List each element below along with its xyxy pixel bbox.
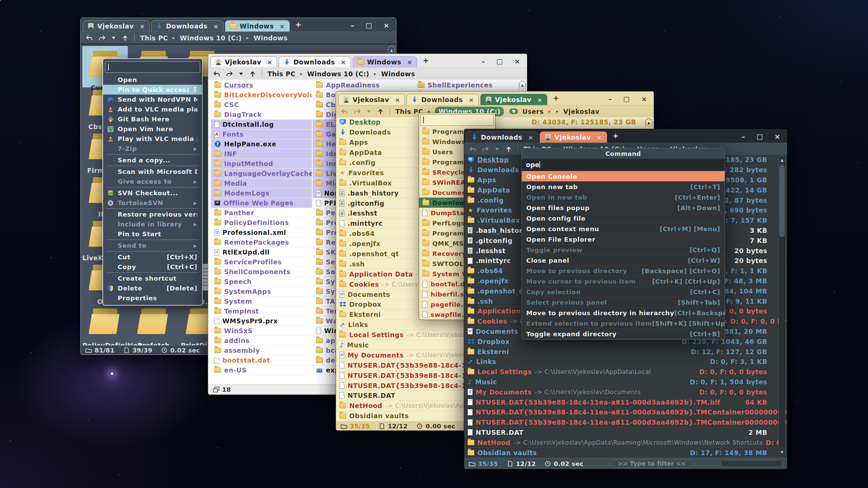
menu-item-copy[interactable]: Copy[Ctrl+C] [103, 262, 202, 272]
minimize-button[interactable]: – [481, 57, 485, 65]
command-item-toggle-preview[interactable]: Toggle preview[Ctrl+Q] [522, 245, 725, 255]
back-button[interactable] [213, 71, 220, 77]
file-row-assembly[interactable]: assembly [211, 346, 312, 355]
breadcrumb-segment[interactable]: Windows [254, 34, 288, 42]
menu-item-give-access-to[interactable]: Give access to▶ [103, 177, 202, 186]
grid-item-policydefinitions[interactable]: PolicyDefinitions [82, 304, 128, 345]
file-row-rtlexupd-dll[interactable]: RtlExUpd.dll [211, 247, 312, 257]
command-item-open-file-explorer[interactable]: Open File Explorer [522, 234, 725, 245]
file-row-remotepackages[interactable]: RemotePackages [211, 238, 312, 247]
breadcrumb-segment[interactable]: This PC [268, 70, 295, 78]
command-item-open-config-file[interactable]: Open config file [522, 213, 725, 224]
menu-item-add-to-vlc-media-player-s-playlist[interactable]: Add to VLC media player's Playlist [103, 104, 202, 114]
menu-item-7-zip[interactable]: 7-Zip▶ [103, 144, 202, 154]
forward-button[interactable] [482, 146, 489, 152]
tab-close-icon[interactable]: × [407, 59, 412, 66]
new-tab-button[interactable]: + [609, 132, 623, 140]
breadcrumb-segment[interactable]: This PC [140, 34, 168, 42]
tab-close-icon[interactable]: × [341, 59, 346, 66]
file-row-systemapps[interactable]: SystemApps [211, 287, 312, 297]
file-row-obsidian-vaults[interactable]: Obsidian vaultsD: 17, F: 149, 38 MB [464, 448, 787, 458]
new-tab-button[interactable]: + [419, 57, 433, 65]
file-row-offline-web-pages[interactable]: Offline Web Pages [211, 198, 312, 208]
file-row-winsxs[interactable]: WinSxS [211, 326, 312, 336]
file-row-music[interactable]: ♪MusicD: 0, F: 1, 504 bytes [464, 377, 787, 387]
menu-item-play-with-vlc-media-player[interactable]: Play with VLC media player [103, 134, 202, 144]
grid-item-prefetch[interactable]: Prefetch [131, 304, 176, 345]
file-row-wmsyspr9-prx[interactable]: WMSysPr9.prx [211, 316, 312, 326]
new-tab-button[interactable]: + [549, 94, 563, 102]
scroll-up-arrow[interactable]: ▲ [519, 81, 526, 89]
breadcrumb-segment[interactable]: Vjekoslav [563, 108, 599, 115]
command-item-open-console[interactable]: Open Console [522, 171, 725, 182]
close-button[interactable]: × [514, 57, 520, 65]
file-row-inf[interactable]: INF [211, 149, 312, 159]
scroll-up-arrow[interactable]: ▲ [388, 46, 395, 54]
titlebar[interactable]: Vjekoslav×Downloads×Windows×+–□× [208, 54, 527, 67]
command-item-close-panel[interactable]: Close panel[Ctrl+W] [522, 255, 725, 266]
tab-windows[interactable]: Windows× [225, 20, 290, 32]
tab-vjekoslav[interactable]: Vjekoslav× [83, 20, 150, 32]
file-row-en-us[interactable]: en-US [211, 365, 312, 375]
up-directory-button[interactable] [249, 71, 256, 77]
tab-downloads[interactable]: Downloads× [279, 56, 351, 67]
up-directory-button[interactable] [505, 146, 512, 152]
file-row-serviceprofiles[interactable]: ServiceProfiles [211, 257, 312, 267]
maximize-button[interactable]: □ [496, 57, 503, 65]
titlebar[interactable]: Vjekoslav×Downloads×Windows×+–□× [81, 18, 396, 32]
file-row-appreadiness[interactable]: AppReadiness [313, 80, 414, 90]
tab-windows[interactable]: Windows× [353, 56, 417, 67]
file-row-speech[interactable]: Speech [211, 277, 312, 287]
file-row-ntuser-dat-53b39e88-18c4-11ea-a811-000d3[interactable]: NTUSER.DAT{53b39e88-18c4-11ea-a811-000d3… [464, 397, 787, 407]
history-dropdown-button[interactable] [239, 71, 243, 77]
file-row-panther[interactable]: Panther [211, 208, 312, 218]
command-item-copy-selection[interactable]: Copy selection[Ctrl+C] [522, 287, 725, 297]
file-row-eksterni[interactable]: EksterniD: 12, F: 127, 12 GB [464, 347, 787, 357]
maximize-button[interactable]: □ [756, 133, 763, 141]
breadcrumb-segment[interactable]: Windows [381, 70, 415, 78]
menu-item-open[interactable]: Open [103, 75, 202, 85]
command-item-open-context-menu[interactable]: Open context menu[Ctrl+M] [Menu] [522, 224, 725, 234]
history-dropdown-button[interactable] [495, 146, 499, 152]
titlebar[interactable]: Vjekoslav×Downloads×Vjekoslav×+–□× [336, 92, 654, 105]
menu-item-open-vim-here[interactable]: Open Vim here [103, 124, 202, 134]
file-row-ntuser-dat-53b39e88-18c4-11ea-a811-000d3[interactable]: NTUSER.DAT{53b39e88-18c4-11ea-a811-000d3… [464, 407, 787, 418]
command-item-extend-selection-to-previous-item[interactable]: Extend selection to previous item[Shift+… [522, 318, 725, 329]
tab-downloads[interactable]: Downloads× [407, 94, 478, 105]
dropdown-filter-input[interactable] [420, 114, 494, 126]
breadcrumb-segment[interactable]: Windows 10 (C:) [180, 34, 242, 42]
file-row-cursors[interactable]: Cursors [211, 80, 312, 90]
file-row-ntuser-dat-53b39e88-18c4-11ea-a811-000d3[interactable]: NTUSER.DAT{53b39e88-18c4-11ea-a811-000d3… [464, 418, 787, 428]
history-dropdown-button[interactable] [367, 108, 371, 115]
tab-close-icon[interactable]: × [395, 96, 400, 103]
menu-item-scan-with-microsoft-defender-[interactable]: Scan with Microsoft Defender... [103, 167, 202, 177]
file-row-bitlockerdiscoveryvolumecontents[interactable]: BitLockerDiscoveryVolumeContents [211, 90, 312, 100]
menu-item-create-shortcut[interactable]: Create shortcut [103, 273, 202, 283]
tab-vjekoslav[interactable]: Vjekoslav× [338, 94, 405, 105]
forward-button[interactable] [98, 35, 106, 41]
tab-close-icon[interactable]: × [267, 59, 273, 66]
scroll-down-arrow[interactable]: ▼ [779, 448, 785, 456]
file-row-policydefinitions[interactable]: PolicyDefinitions [211, 218, 312, 228]
command-item-move-to-previous-directory[interactable]: Move to previous directory[Backspace] [C… [522, 266, 725, 276]
command-item-move-cursor-to-previous-item[interactable]: Move cursor to previous item[Ctrl+K] [Ct… [522, 276, 725, 287]
type-to-filter-button[interactable]: >> Type to filter << [609, 459, 695, 468]
file-row-diagtrack[interactable]: DiagTrack [211, 110, 312, 120]
menu-item-pin-to-start[interactable]: Pin to Start [103, 229, 202, 239]
file-row-inputmethod[interactable]: InputMethod [211, 159, 312, 169]
file-row-dtcinstall-log[interactable]: DtcInstall.log [211, 120, 312, 129]
command-item-toggle-expand-directory[interactable]: Toggle expand directory[Ctrl+B] [522, 329, 725, 339]
minimize-button[interactable]: – [742, 133, 745, 141]
command-palette-input[interactable]: ope [522, 159, 725, 171]
up-directory-button[interactable] [121, 35, 129, 41]
menu-item-delete[interactable]: Delete[Delete] [103, 283, 202, 293]
command-item-open-new-tab[interactable]: Open new tab[Ctrl+T] [522, 182, 725, 192]
file-row-nethood[interactable]: NetHood-> C:\Users\Vjekoslav\AppData\Roa… [464, 438, 787, 448]
file-row-ntuser-dat[interactable]: NTUSER.DAT2 MB [464, 428, 787, 438]
tab-vjekoslav[interactable]: Vjekoslav× [540, 131, 607, 143]
tab-close-icon[interactable]: × [597, 134, 602, 141]
menu-item-send-to[interactable]: Send to▶ [103, 241, 202, 250]
file-row-helppane-exe[interactable]: ?HelpPane.exe [211, 139, 312, 149]
tab-close-icon[interactable]: × [140, 23, 145, 30]
menu-item-pin-to-quick-access[interactable]: Pin to Quick access [103, 85, 202, 95]
